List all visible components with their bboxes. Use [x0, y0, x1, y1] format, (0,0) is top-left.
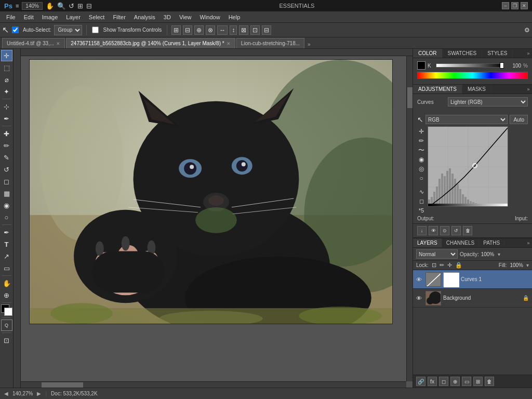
lock-position-btn[interactable]: ✛ [447, 262, 452, 269]
marquee-tool-btn[interactable]: ⬚ [1, 62, 12, 73]
background-color[interactable] [4, 308, 12, 316]
canvas-image[interactable] [29, 59, 393, 324]
tab-untitled[interactable]: Untitled-4.tif @ 33,... ✕ [2, 38, 65, 48]
distribute-icon-2[interactable]: ⊡ [250, 25, 260, 35]
path-select-btn[interactable]: ↗ [1, 250, 12, 262]
opacity-value[interactable]: 100% [481, 251, 496, 257]
nav-view-icon[interactable]: ⊞ [77, 2, 83, 10]
color-fg-swatch[interactable] [417, 61, 425, 70]
curves-channel-select[interactable]: RGB Red Green Blue [425, 115, 508, 124]
delete-layer-btn[interactable]: 🗑 [485, 377, 494, 386]
healing-tool-btn[interactable]: ✚ [1, 128, 12, 139]
tab-untitled-close[interactable]: ✕ [56, 41, 60, 46]
color-panel-options[interactable]: » [525, 49, 532, 58]
k-slider-thumb[interactable] [500, 62, 504, 69]
align-icon-3[interactable]: ⊕ [194, 25, 204, 35]
brush-tool-btn[interactable]: ✏ [1, 140, 12, 151]
dodge-tool-btn[interactable]: ○ [1, 211, 12, 223]
tab-color[interactable]: COLOR [413, 49, 443, 58]
curves-black-point[interactable]: ◉ [417, 155, 425, 164]
curves-pointer-icon[interactable]: ↖ [417, 115, 423, 124]
shape-tool-btn[interactable]: ▭ [1, 262, 12, 274]
gradient-tool-btn[interactable]: ▦ [1, 188, 12, 199]
adj-panel-options[interactable]: » [525, 85, 532, 94]
align-icon-1[interactable]: ⊞ [171, 25, 181, 35]
vscroll-thumb[interactable] [407, 87, 413, 108]
k-value[interactable]: 100 [507, 63, 521, 69]
distribute-icon-3[interactable]: ⊟ [262, 25, 271, 35]
tabs-overflow-btn[interactable]: » [305, 41, 313, 48]
opacity-chevron[interactable]: ▾ [498, 251, 500, 257]
minimize-btn[interactable]: – [502, 2, 509, 9]
curves-clipping-btn[interactable]: ∿ [417, 188, 425, 196]
auto-select-checkbox[interactable] [12, 26, 19, 33]
layer-adj-btn[interactable]: ⊕ [450, 377, 460, 386]
lock-all-btn[interactable]: 🔒 [455, 262, 462, 269]
menu-icon[interactable]: ≡ [16, 3, 19, 9]
curves-graph[interactable] [428, 126, 508, 207]
show-transform-checkbox[interactable] [92, 26, 99, 33]
nav-extra-icon[interactable]: ⊟ [86, 2, 92, 10]
layer-item-background[interactable]: 👁 Background 🔒 [413, 289, 532, 308]
tab-styles[interactable]: STYLES [482, 49, 513, 58]
blur-tool-btn[interactable]: ◉ [1, 200, 12, 211]
menu-3d[interactable]: 3D [159, 13, 175, 21]
curves-options-icon[interactable]: *5 [417, 206, 425, 215]
clone-tool-btn[interactable]: ✎ [1, 152, 12, 163]
menu-filter[interactable]: Filter [109, 13, 129, 21]
hscroll-thumb[interactable] [42, 382, 83, 388]
blend-mode-select[interactable]: Normal Dissolve Multiply Screen Overlay [416, 249, 458, 259]
layer-visibility-curves1[interactable]: 👁 [416, 276, 423, 283]
new-layer-btn[interactable]: ⊞ [473, 377, 483, 386]
lock-image-btn[interactable]: ✏ [440, 262, 444, 269]
screen-mode-btn[interactable]: ⊡ [1, 335, 12, 346]
adj-eye2-icon[interactable]: ⊙ [440, 226, 449, 235]
hand-tool-btn[interactable]: ✋ [1, 277, 12, 289]
adj-reset-icon[interactable]: ↺ [451, 226, 461, 235]
nav-zoom-icon[interactable]: 🔍 [57, 2, 65, 10]
menu-analysis[interactable]: Analysis [130, 13, 159, 21]
eraser-tool-btn[interactable]: ◻ [1, 176, 12, 187]
tab-paths[interactable]: PATHS [479, 238, 504, 247]
fill-value[interactable]: 100% [510, 262, 523, 268]
tab-masks[interactable]: MASKS [462, 85, 491, 94]
menu-file[interactable]: File [2, 13, 20, 21]
zoom-tool-btn[interactable]: ⊕ [1, 289, 12, 301]
menu-window[interactable]: Window [196, 13, 224, 21]
menu-image[interactable]: Image [38, 13, 62, 21]
adj-clip-icon[interactable]: ↓ [417, 226, 427, 235]
close-btn[interactable]: ✕ [521, 2, 528, 9]
zoom-display[interactable]: 140% [22, 2, 43, 10]
color-selector[interactable] [1, 304, 12, 316]
menu-help[interactable]: Help [224, 13, 245, 21]
curves-white-point[interactable]: ○ [417, 174, 425, 182]
eyedropper-tool-btn[interactable]: ✒ [1, 113, 12, 124]
layers-panel-options[interactable]: » [525, 238, 532, 247]
crop-tool-btn[interactable]: ⊹ [1, 101, 12, 112]
canvas-vscroll[interactable] [406, 56, 413, 381]
layer-item-curves1[interactable]: 👁 Curves 1 [413, 270, 532, 289]
k-slider-track[interactable] [436, 63, 504, 68]
align-icon-5[interactable]: ↔ [217, 25, 228, 35]
move-tool-icon[interactable]: ↖ [2, 25, 9, 35]
layer-mask-btn[interactable]: ◻ [439, 377, 448, 386]
align-icon-4[interactable]: ⊗ [206, 25, 215, 35]
move-tool-btn[interactable]: ✛ [1, 50, 12, 61]
align-icon-2[interactable]: ⊟ [183, 25, 192, 35]
layer-visibility-background[interactable]: 👁 [416, 295, 423, 301]
adj-preset-select[interactable]: Lighter (RGB) Default Darker (RGB) Incre… [448, 97, 528, 107]
restore-btn[interactable]: ❐ [511, 2, 518, 9]
history-brush-btn[interactable]: ↺ [1, 164, 12, 175]
adj-delete-icon[interactable]: 🗑 [463, 226, 472, 235]
curves-reset-btn[interactable]: ◻ [417, 197, 425, 205]
tab-swatches[interactable]: SWATCHES [443, 49, 483, 58]
lock-transparent-btn[interactable]: ⊡ [432, 262, 436, 269]
pen-tool-btn[interactable]: ✒ [1, 227, 12, 238]
nav-rotate-icon[interactable]: ↺ [69, 2, 74, 10]
tab-main-close[interactable]: ✕ [227, 41, 231, 46]
extra-options-icon[interactable]: ⚙ [524, 26, 530, 34]
type-tool-btn[interactable]: T [1, 238, 12, 250]
menu-select[interactable]: Select [85, 13, 109, 21]
auto-select-dropdown[interactable]: Group Layer [54, 25, 82, 35]
curves-auto-btn[interactable]: Auto [510, 115, 528, 124]
